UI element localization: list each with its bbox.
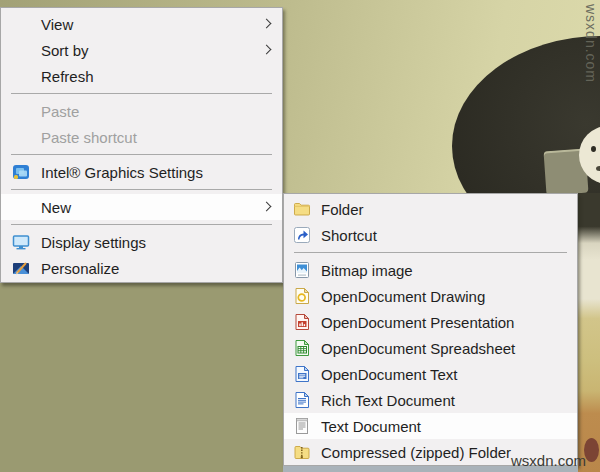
menu-item-display-settings[interactable]: Display settings xyxy=(1,229,282,255)
menu-item-label: Display settings xyxy=(41,234,146,251)
watermark-top-right: wsxdn.com xyxy=(583,4,599,83)
submenu-item-text-document[interactable]: Text Document xyxy=(284,413,577,439)
folder-icon xyxy=(293,200,311,218)
menu-item-refresh[interactable]: Refresh xyxy=(1,63,282,89)
menu-separator xyxy=(11,189,272,190)
od-text-icon xyxy=(293,365,311,383)
wallpaper-detail xyxy=(584,438,599,462)
menu-separator xyxy=(11,224,272,225)
chevron-right-icon xyxy=(262,45,272,55)
rich-text-icon xyxy=(293,391,311,409)
chevron-right-icon xyxy=(262,19,272,29)
watermark-bottom-right: wsxdn.com xyxy=(511,452,586,469)
menu-item-intel-graphics-settings[interactable]: Intel® Graphics Settings xyxy=(1,159,282,185)
bitmap-image-icon xyxy=(293,261,311,279)
menu-item-label: New xyxy=(41,199,71,216)
submenu-item-rich-text-document[interactable]: Rich Text Document xyxy=(284,387,577,413)
display-settings-icon xyxy=(12,233,30,251)
menu-separator xyxy=(11,93,272,94)
personalize-icon xyxy=(12,259,30,277)
menu-item-label: Compressed (zipped) Folder xyxy=(321,444,511,461)
menu-item-label: OpenDocument Presentation xyxy=(321,314,514,331)
menu-item-paste-shortcut[interactable]: Paste shortcut xyxy=(1,124,282,150)
desktop: wsxdn.com wsxdn.com View Sort by Refresh… xyxy=(0,0,600,472)
wallpaper-right-strip xyxy=(578,193,600,472)
menu-item-label: Intel® Graphics Settings xyxy=(41,164,203,181)
wallpaper-detail xyxy=(596,166,600,171)
compressed-folder-icon xyxy=(293,443,311,461)
od-presentation-icon xyxy=(293,313,311,331)
menu-item-label: OpenDocument Spreadsheet xyxy=(321,340,515,357)
submenu-item-opendocument-drawing[interactable]: OpenDocument Drawing xyxy=(284,283,577,309)
menu-item-label: Text Document xyxy=(321,418,421,435)
menu-item-label: Shortcut xyxy=(321,227,377,244)
menu-item-label: Folder xyxy=(321,201,364,218)
intel-graphics-icon xyxy=(12,163,30,181)
menu-item-label: OpenDocument Text xyxy=(321,366,457,383)
desktop-context-menu: View Sort by Refresh Paste Paste shortcu… xyxy=(0,7,283,283)
menu-item-label: Sort by xyxy=(41,42,89,59)
submenu-item-shortcut[interactable]: Shortcut xyxy=(284,222,577,248)
od-spreadsheet-icon xyxy=(293,339,311,357)
submenu-item-opendocument-spreadsheet[interactable]: OpenDocument Spreadsheet xyxy=(284,335,577,361)
menu-item-label: Refresh xyxy=(41,68,94,85)
menu-separator xyxy=(294,252,567,253)
menu-item-new[interactable]: New xyxy=(1,194,282,220)
text-document-icon xyxy=(293,417,311,435)
submenu-item-folder[interactable]: Folder xyxy=(284,196,577,222)
menu-item-label: Personalize xyxy=(41,260,119,277)
wallpaper-detail xyxy=(591,146,596,152)
menu-separator xyxy=(11,154,272,155)
new-submenu: Folder Shortcut Bitmap image xyxy=(283,193,578,466)
submenu-item-bitmap-image[interactable]: Bitmap image xyxy=(284,257,577,283)
menu-item-label: Rich Text Document xyxy=(321,392,455,409)
menu-item-sort-by[interactable]: Sort by xyxy=(1,37,282,63)
menu-item-view[interactable]: View xyxy=(1,11,282,37)
submenu-item-opendocument-presentation[interactable]: OpenDocument Presentation xyxy=(284,309,577,335)
menu-item-label: View xyxy=(41,16,73,33)
submenu-item-opendocument-text[interactable]: OpenDocument Text xyxy=(284,361,577,387)
menu-item-label: Paste shortcut xyxy=(41,129,137,146)
menu-item-label: Bitmap image xyxy=(321,262,413,279)
menu-item-label: OpenDocument Drawing xyxy=(321,288,485,305)
menu-item-personalize[interactable]: Personalize xyxy=(1,255,282,281)
od-drawing-icon xyxy=(293,287,311,305)
shortcut-icon xyxy=(293,226,311,244)
chevron-right-icon xyxy=(262,202,272,212)
menu-item-label: Paste xyxy=(41,103,79,120)
menu-item-paste[interactable]: Paste xyxy=(1,98,282,124)
